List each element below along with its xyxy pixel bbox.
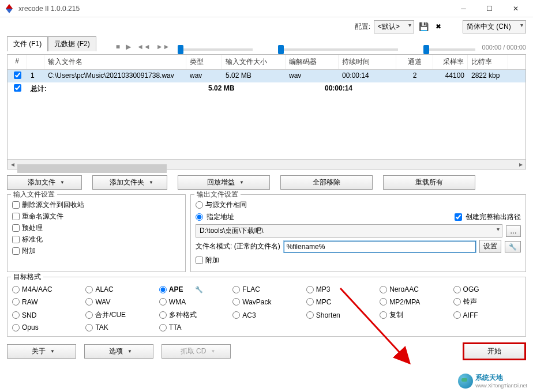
format-flac[interactable]: FLAC: [232, 285, 300, 293]
filename-settings-button[interactable]: 设置: [479, 240, 501, 253]
scroll-right-icon[interactable]: ▸: [516, 160, 526, 168]
format-radio-multi[interactable]: [159, 311, 167, 319]
options-button[interactable]: 选项▼: [84, 344, 153, 359]
maximize-button[interactable]: ☐: [476, 0, 502, 17]
tab-metadata[interactable]: 元数据 (F2): [48, 36, 96, 51]
format-radio-ape[interactable]: [159, 286, 167, 293]
format-mp2mpa[interactable]: MP2/MPA: [380, 297, 447, 307]
output-append-checkbox[interactable]: [196, 257, 203, 264]
format-radio-alac[interactable]: [85, 286, 93, 293]
scroll-left-icon[interactable]: ◂: [7, 160, 17, 168]
filename-pattern-field[interactable]: [284, 241, 476, 252]
format-radio-ringtone[interactable]: [453, 298, 461, 306]
format-radio-tta[interactable]: [159, 324, 167, 331]
col-bitrate[interactable]: 比特率: [468, 55, 508, 69]
save-icon[interactable]: 💾: [418, 21, 429, 32]
about-button[interactable]: 关于▼: [7, 344, 76, 359]
col-name[interactable]: 输入文件名: [44, 55, 186, 69]
format-radio-aiff[interactable]: [453, 311, 461, 319]
horizontal-scrollbar[interactable]: ◂ ▸: [7, 159, 526, 169]
same-as-source-radio[interactable]: [196, 201, 203, 209]
next-icon[interactable]: ►►: [155, 43, 171, 51]
format-radio-ogg[interactable]: [453, 286, 461, 293]
format-mp3[interactable]: MP3: [306, 285, 374, 293]
col-samplerate[interactable]: 采样率: [433, 55, 468, 69]
add-file-button[interactable]: 添加文件▼: [7, 175, 82, 190]
format-multi[interactable]: 多种格式: [159, 310, 227, 320]
format-tak[interactable]: TAK: [85, 323, 153, 331]
format-radio-mp2mpa[interactable]: [380, 298, 387, 306]
stop-icon[interactable]: ■: [115, 43, 121, 51]
grab-cd-button[interactable]: 抓取 CD▼: [162, 344, 231, 359]
preprocess-checkbox[interactable]: [12, 224, 20, 232]
format-shorten[interactable]: Shorten: [306, 310, 374, 320]
format-wma[interactable]: WMA: [159, 297, 227, 307]
format-radio-wma[interactable]: [159, 298, 167, 306]
input-append-checkbox[interactable]: [12, 247, 20, 255]
col-num[interactable]: [27, 55, 44, 69]
format-radio-ac3[interactable]: [232, 311, 240, 319]
col-size[interactable]: 输入文件大小: [222, 55, 286, 69]
seek-slider[interactable]: [278, 48, 397, 51]
specify-path-radio[interactable]: [196, 213, 203, 221]
format-opus[interactable]: Opus: [12, 323, 80, 331]
output-path-field[interactable]: D:\tools\桌面\下载吧\: [196, 224, 502, 238]
reload-all-button[interactable]: 重载所有: [383, 175, 475, 190]
add-folder-button[interactable]: 添加文件夹▼: [92, 175, 167, 190]
minimize-button[interactable]: ─: [451, 0, 476, 17]
remove-all-button[interactable]: 全部移除: [280, 175, 373, 190]
format-copy[interactable]: 复制: [380, 310, 447, 320]
delete-to-recycle-checkbox[interactable]: [12, 201, 20, 209]
format-snd[interactable]: SND: [12, 310, 80, 320]
browse-path-button[interactable]: …: [506, 225, 521, 237]
volume-slider[interactable]: [423, 48, 475, 51]
format-mpc[interactable]: MPC: [306, 297, 374, 307]
play-icon[interactable]: ▶: [125, 43, 132, 51]
config-select[interactable]: <默认>: [374, 20, 414, 33]
start-button[interactable]: 开始: [463, 342, 526, 360]
tab-files[interactable]: 文件 (F1): [7, 36, 48, 51]
format-radio-snd[interactable]: [12, 311, 20, 319]
row-checkbox[interactable]: [14, 71, 21, 79]
format-tta[interactable]: TTA: [159, 323, 227, 331]
format-wav[interactable]: WAV: [85, 297, 153, 307]
format-m4a[interactable]: M4A/AAC: [12, 285, 80, 293]
total-checkbox[interactable]: [14, 84, 21, 92]
col-codec[interactable]: 编解码器: [286, 55, 339, 69]
format-radio-wav[interactable]: [85, 298, 93, 306]
format-radio-shorten[interactable]: [306, 311, 314, 319]
normalize-checkbox[interactable]: [12, 236, 20, 243]
format-radio-opus[interactable]: [12, 324, 20, 331]
rename-source-checkbox[interactable]: [12, 213, 20, 220]
format-ogg[interactable]: OGG: [453, 285, 521, 293]
format-wavpack[interactable]: WavPack: [232, 297, 300, 307]
table-row[interactable]: 1 C:\Users\pc\Music\20210330091738.wav w…: [7, 70, 526, 82]
replay-gain-button[interactable]: 回放增益▼: [178, 175, 270, 190]
language-select[interactable]: 简体中文 (CN): [463, 20, 526, 33]
format-radio-raw[interactable]: [12, 298, 20, 306]
format-ape[interactable]: APE 🔧: [159, 285, 227, 293]
filename-tools-button[interactable]: 🔧: [505, 241, 521, 252]
format-alac[interactable]: ALAC: [85, 285, 153, 293]
format-radio-mpc[interactable]: [306, 298, 314, 306]
format-raw[interactable]: RAW: [12, 297, 80, 307]
format-radio-tak[interactable]: [85, 324, 93, 331]
col-type[interactable]: 类型: [186, 55, 222, 69]
format-radio-m4a[interactable]: [12, 286, 20, 293]
format-radio-mp3[interactable]: [306, 286, 314, 293]
delete-icon[interactable]: ✖: [433, 21, 444, 32]
format-neroaac[interactable]: NeroAAC: [380, 285, 447, 293]
format-radio-copy[interactable]: [380, 311, 387, 319]
wrench-icon[interactable]: 🔧: [195, 286, 203, 293]
col-duration[interactable]: 持续时间: [339, 55, 396, 69]
format-ac3[interactable]: AC3: [232, 310, 300, 320]
col-check[interactable]: #: [7, 55, 27, 69]
format-radio-wavpack[interactable]: [232, 298, 240, 306]
format-radio-flac[interactable]: [232, 286, 240, 293]
prev-icon[interactable]: ◄◄: [136, 43, 152, 51]
format-radio-neroaac[interactable]: [380, 286, 387, 293]
create-full-path-checkbox[interactable]: [455, 213, 462, 221]
format-merge[interactable]: 合并/CUE: [85, 310, 153, 320]
format-ringtone[interactable]: 铃声: [453, 297, 521, 307]
format-radio-merge[interactable]: [85, 311, 93, 319]
